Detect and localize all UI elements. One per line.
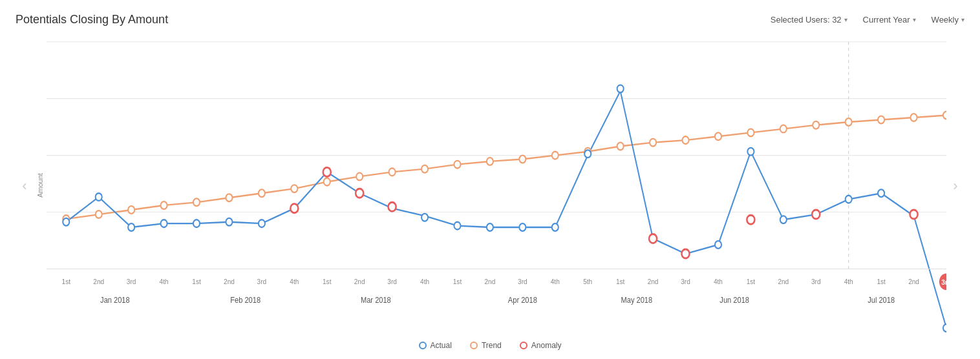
- trend-dot: [780, 125, 787, 133]
- chart-svg-container: 800k 600k 400k 200k 0: [47, 34, 946, 337]
- anomaly-legend-dot: [520, 342, 527, 349]
- svg-text:3rd: 3rd: [681, 277, 690, 285]
- trend-dot: [96, 210, 102, 218]
- anomaly-dot: [747, 215, 754, 224]
- trend-dot: [259, 189, 265, 197]
- trend-dot: [389, 169, 396, 176]
- svg-text:2nd: 2nd: [485, 277, 496, 285]
- year-chevron: ▾: [913, 16, 916, 23]
- actual-dot: [584, 150, 591, 158]
- trend-dot: [421, 165, 428, 173]
- svg-text:1st: 1st: [62, 277, 70, 285]
- users-chevron: ▾: [844, 16, 847, 23]
- year-control[interactable]: Current Year ▾: [863, 15, 916, 25]
- svg-text:3rd: 3rd: [941, 278, 946, 286]
- svg-text:Apr 2018: Apr 2018: [508, 295, 537, 305]
- trend-dot: [715, 132, 721, 140]
- svg-text:3rd: 3rd: [811, 277, 821, 285]
- svg-text:2nd: 2nd: [908, 277, 919, 285]
- actual-dot: [96, 193, 102, 201]
- anomaly-dot: [290, 204, 298, 213]
- trend-dot: [519, 156, 526, 163]
- anomaly-dot: [649, 234, 657, 243]
- svg-text:Mar 2018: Mar 2018: [361, 295, 391, 305]
- trend-dot: [617, 143, 624, 150]
- trend-dot: [128, 206, 134, 214]
- trend-dot: [682, 136, 688, 144]
- trend-dot: [943, 112, 946, 119]
- legend-anomaly: Anomaly: [520, 341, 562, 350]
- svg-text:Feb 2018: Feb 2018: [230, 295, 261, 305]
- actual-legend-label: Actual: [431, 341, 452, 350]
- anomaly-dot: [356, 189, 363, 198]
- y-axis-label: Amount: [34, 34, 47, 337]
- actual-dot: [193, 220, 200, 227]
- next-arrow[interactable]: ›: [946, 34, 964, 337]
- users-label: Selected Users: 32: [771, 15, 842, 25]
- actual-dot: [715, 241, 721, 249]
- actual-dot: [617, 85, 624, 93]
- anomaly-legend-label: Anomaly: [531, 341, 562, 350]
- trend-dot: [193, 198, 200, 206]
- anomaly-dot: [389, 202, 396, 211]
- svg-text:2nd: 2nd: [354, 277, 365, 285]
- actual-dot: [454, 222, 460, 230]
- actual-dot: [128, 223, 134, 231]
- period-label: Weekly: [932, 15, 959, 25]
- users-control[interactable]: Selected Users: 32 ▾: [771, 15, 847, 25]
- trend-dot: [813, 121, 819, 129]
- trend-dot: [161, 201, 167, 209]
- actual-dot: [519, 223, 526, 231]
- trend-dot: [324, 178, 330, 186]
- actual-dot: [780, 216, 787, 223]
- svg-text:1st: 1st: [616, 277, 624, 285]
- svg-text:3rd: 3rd: [127, 277, 136, 285]
- trend-legend-label: Trend: [482, 341, 502, 350]
- chart-area: ‹ Amount 800k 600k 400k: [16, 34, 964, 337]
- svg-text:1st: 1st: [877, 277, 885, 285]
- actual-dot: [878, 189, 884, 197]
- actual-dot: [846, 196, 852, 203]
- prev-arrow[interactable]: ‹: [16, 34, 34, 337]
- chart-svg: 800k 600k 400k 200k 0: [47, 34, 946, 337]
- chart-wrapper: Amount 800k 600k 400k 200k 0: [34, 34, 946, 337]
- trend-dot: [846, 118, 852, 126]
- svg-text:1st: 1st: [453, 277, 462, 285]
- period-control[interactable]: Weekly ▾: [932, 15, 964, 25]
- svg-text:1st: 1st: [323, 277, 331, 285]
- svg-text:2nd: 2nd: [93, 277, 104, 285]
- chart-legend: Actual Trend Anomaly: [16, 341, 964, 353]
- trend-dot: [552, 152, 559, 159]
- trend-dot: [487, 158, 493, 165]
- svg-text:4th: 4th: [290, 277, 299, 285]
- trend-dot: [454, 161, 460, 169]
- trend-dot: [226, 194, 232, 201]
- legend-actual: Actual: [419, 341, 452, 350]
- svg-text:2nd: 2nd: [648, 277, 659, 285]
- svg-text:1st: 1st: [192, 277, 200, 285]
- actual-dot: [63, 218, 69, 226]
- svg-text:3rd: 3rd: [257, 277, 267, 285]
- svg-text:5th: 5th: [583, 277, 592, 285]
- legend-trend: Trend: [470, 341, 502, 350]
- actual-dot: [747, 148, 754, 156]
- svg-text:Jun 2018: Jun 2018: [719, 295, 749, 305]
- svg-text:4th: 4th: [844, 277, 853, 285]
- svg-text:2nd: 2nd: [224, 277, 235, 285]
- svg-text:Jul 2018: Jul 2018: [868, 295, 895, 305]
- svg-text:4th: 4th: [420, 277, 429, 285]
- actual-dot: [421, 214, 428, 221]
- actual-dot: [943, 324, 946, 332]
- trend-dot: [356, 173, 363, 181]
- svg-text:Jan 2018: Jan 2018: [100, 295, 130, 305]
- actual-dot: [226, 218, 232, 226]
- anomaly-dot: [812, 210, 820, 219]
- actual-dot: [259, 220, 265, 227]
- actual-dot: [487, 223, 493, 231]
- trend-dot: [911, 114, 917, 121]
- svg-text:4th: 4th: [160, 277, 169, 285]
- year-label: Current Year: [863, 15, 910, 25]
- trend-dot: [291, 185, 297, 192]
- chart-controls: Selected Users: 32 ▾ Current Year ▾ Week…: [771, 15, 964, 25]
- anomaly-dot: [323, 167, 331, 176]
